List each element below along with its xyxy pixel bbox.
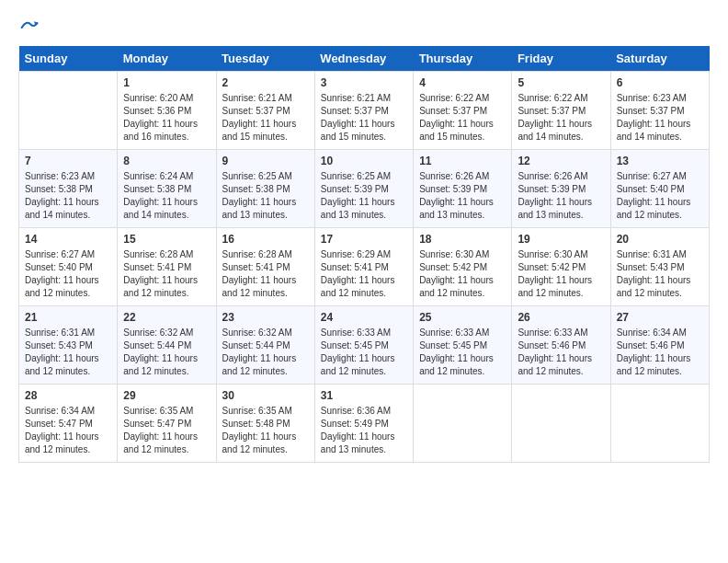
- day-info: Sunrise: 6:25 AM Sunset: 5:39 PM Dayligh…: [321, 170, 407, 222]
- day-info: Sunrise: 6:20 AM Sunset: 5:36 PM Dayligh…: [123, 92, 210, 144]
- day-number: 21: [25, 311, 111, 324]
- day-number: 24: [321, 311, 407, 324]
- day-info: Sunrise: 6:30 AM Sunset: 5:42 PM Dayligh…: [419, 248, 506, 300]
- day-info: Sunrise: 6:28 AM Sunset: 5:41 PM Dayligh…: [123, 248, 210, 300]
- day-number: 6: [617, 76, 703, 89]
- logo: [18, 18, 39, 37]
- table-row: 27Sunrise: 6:34 AM Sunset: 5:46 PM Dayli…: [610, 306, 709, 385]
- table-row: 8Sunrise: 6:24 AM Sunset: 5:38 PM Daylig…: [118, 150, 216, 228]
- table-row: 23Sunrise: 6:32 AM Sunset: 5:44 PM Dayli…: [216, 306, 314, 385]
- table-row: 12Sunrise: 6:26 AM Sunset: 5:39 PM Dayli…: [512, 150, 610, 228]
- day-info: Sunrise: 6:34 AM Sunset: 5:47 PM Dayligh…: [25, 405, 111, 456]
- day-info: Sunrise: 6:31 AM Sunset: 5:43 PM Dayligh…: [617, 248, 703, 300]
- table-row: 17Sunrise: 6:29 AM Sunset: 5:41 PM Dayli…: [314, 228, 413, 306]
- calendar-week-3: 14Sunrise: 6:27 AM Sunset: 5:40 PM Dayli…: [19, 228, 710, 306]
- table-row: 7Sunrise: 6:23 AM Sunset: 5:38 PM Daylig…: [19, 150, 118, 228]
- day-number: 16: [222, 233, 309, 246]
- table-row: 2Sunrise: 6:21 AM Sunset: 5:37 PM Daylig…: [216, 72, 314, 150]
- table-row: 1Sunrise: 6:20 AM Sunset: 5:36 PM Daylig…: [118, 72, 216, 150]
- day-number: 14: [25, 233, 111, 246]
- day-number: 22: [123, 311, 210, 324]
- day-info: Sunrise: 6:23 AM Sunset: 5:38 PM Dayligh…: [25, 170, 111, 222]
- day-number: 20: [617, 233, 703, 246]
- table-row: [414, 385, 512, 463]
- table-row: [19, 72, 118, 150]
- table-row: 28Sunrise: 6:34 AM Sunset: 5:47 PM Dayli…: [19, 385, 118, 463]
- day-number: 15: [123, 233, 210, 246]
- table-row: [512, 385, 610, 463]
- day-number: 9: [222, 155, 309, 167]
- table-row: 18Sunrise: 6:30 AM Sunset: 5:42 PM Dayli…: [414, 228, 512, 306]
- day-info: Sunrise: 6:33 AM Sunset: 5:45 PM Dayligh…: [321, 327, 407, 378]
- day-number: 4: [419, 76, 506, 89]
- table-row: 31Sunrise: 6:36 AM Sunset: 5:49 PM Dayli…: [314, 385, 413, 463]
- table-row: 15Sunrise: 6:28 AM Sunset: 5:41 PM Dayli…: [118, 228, 216, 306]
- day-number: 3: [321, 76, 407, 89]
- table-row: [610, 385, 709, 463]
- table-row: 22Sunrise: 6:32 AM Sunset: 5:44 PM Dayli…: [118, 306, 216, 385]
- table-row: 30Sunrise: 6:35 AM Sunset: 5:48 PM Dayli…: [216, 385, 314, 463]
- day-number: 18: [419, 233, 506, 246]
- header-day-monday: Monday: [118, 46, 216, 72]
- table-row: 4Sunrise: 6:22 AM Sunset: 5:37 PM Daylig…: [414, 72, 512, 150]
- table-row: 20Sunrise: 6:31 AM Sunset: 5:43 PM Dayli…: [610, 228, 709, 306]
- day-number: 2: [222, 76, 309, 89]
- day-number: 17: [321, 233, 407, 246]
- table-row: 29Sunrise: 6:35 AM Sunset: 5:47 PM Dayli…: [118, 385, 216, 463]
- header-day-friday: Friday: [512, 46, 610, 72]
- day-info: Sunrise: 6:21 AM Sunset: 5:37 PM Dayligh…: [222, 92, 309, 144]
- table-row: 6Sunrise: 6:23 AM Sunset: 5:37 PM Daylig…: [610, 72, 709, 150]
- table-row: 16Sunrise: 6:28 AM Sunset: 5:41 PM Dayli…: [216, 228, 314, 306]
- day-number: 10: [321, 155, 407, 167]
- table-row: 25Sunrise: 6:33 AM Sunset: 5:45 PM Dayli…: [414, 306, 512, 385]
- header-day-sunday: Sunday: [19, 46, 118, 72]
- day-number: 8: [123, 155, 210, 167]
- day-info: Sunrise: 6:25 AM Sunset: 5:38 PM Dayligh…: [222, 170, 309, 222]
- day-info: Sunrise: 6:27 AM Sunset: 5:40 PM Dayligh…: [25, 248, 111, 300]
- day-info: Sunrise: 6:26 AM Sunset: 5:39 PM Dayligh…: [419, 170, 506, 222]
- day-number: 13: [617, 155, 703, 167]
- day-info: Sunrise: 6:21 AM Sunset: 5:37 PM Dayligh…: [321, 92, 407, 144]
- table-row: 3Sunrise: 6:21 AM Sunset: 5:37 PM Daylig…: [314, 72, 413, 150]
- table-row: 13Sunrise: 6:27 AM Sunset: 5:40 PM Dayli…: [610, 150, 709, 228]
- day-info: Sunrise: 6:32 AM Sunset: 5:44 PM Dayligh…: [222, 327, 309, 378]
- table-row: 19Sunrise: 6:30 AM Sunset: 5:42 PM Dayli…: [512, 228, 610, 306]
- table-row: 5Sunrise: 6:22 AM Sunset: 5:37 PM Daylig…: [512, 72, 610, 150]
- day-info: Sunrise: 6:22 AM Sunset: 5:37 PM Dayligh…: [518, 92, 604, 144]
- day-number: 30: [222, 389, 309, 402]
- calendar-table: SundayMondayTuesdayWednesdayThursdayFrid…: [18, 46, 710, 463]
- calendar-week-2: 7Sunrise: 6:23 AM Sunset: 5:38 PM Daylig…: [19, 150, 710, 228]
- day-info: Sunrise: 6:33 AM Sunset: 5:46 PM Dayligh…: [518, 327, 604, 378]
- day-number: 11: [419, 155, 506, 167]
- day-info: Sunrise: 6:33 AM Sunset: 5:45 PM Dayligh…: [419, 327, 506, 378]
- day-number: 7: [25, 155, 111, 167]
- day-number: 31: [321, 389, 407, 402]
- day-info: Sunrise: 6:27 AM Sunset: 5:40 PM Dayligh…: [617, 170, 703, 222]
- day-info: Sunrise: 6:26 AM Sunset: 5:39 PM Dayligh…: [518, 170, 604, 222]
- day-number: 25: [419, 311, 506, 324]
- day-number: 23: [222, 311, 309, 324]
- table-row: 21Sunrise: 6:31 AM Sunset: 5:43 PM Dayli…: [19, 306, 118, 385]
- table-row: 11Sunrise: 6:26 AM Sunset: 5:39 PM Dayli…: [414, 150, 512, 228]
- table-row: 10Sunrise: 6:25 AM Sunset: 5:39 PM Dayli…: [314, 150, 413, 228]
- day-info: Sunrise: 6:28 AM Sunset: 5:41 PM Dayligh…: [222, 248, 309, 300]
- day-info: Sunrise: 6:30 AM Sunset: 5:42 PM Dayligh…: [518, 248, 604, 300]
- day-number: 19: [518, 233, 604, 246]
- table-row: 14Sunrise: 6:27 AM Sunset: 5:40 PM Dayli…: [19, 228, 118, 306]
- header-day-thursday: Thursday: [414, 46, 512, 72]
- day-number: 1: [123, 76, 210, 89]
- day-info: Sunrise: 6:35 AM Sunset: 5:48 PM Dayligh…: [222, 405, 309, 456]
- day-number: 28: [25, 389, 111, 402]
- header-day-wednesday: Wednesday: [314, 46, 413, 72]
- day-info: Sunrise: 6:32 AM Sunset: 5:44 PM Dayligh…: [123, 327, 210, 378]
- header-day-saturday: Saturday: [610, 46, 709, 72]
- day-info: Sunrise: 6:31 AM Sunset: 5:43 PM Dayligh…: [25, 327, 111, 378]
- calendar-header-row: SundayMondayTuesdayWednesdayThursdayFrid…: [19, 46, 710, 72]
- table-row: 9Sunrise: 6:25 AM Sunset: 5:38 PM Daylig…: [216, 150, 314, 228]
- day-info: Sunrise: 6:35 AM Sunset: 5:47 PM Dayligh…: [123, 405, 210, 456]
- page-header: [18, 18, 710, 37]
- day-number: 26: [518, 311, 604, 324]
- calendar-week-5: 28Sunrise: 6:34 AM Sunset: 5:47 PM Dayli…: [19, 385, 710, 463]
- day-info: Sunrise: 6:36 AM Sunset: 5:49 PM Dayligh…: [321, 405, 407, 456]
- table-row: 26Sunrise: 6:33 AM Sunset: 5:46 PM Dayli…: [512, 306, 610, 385]
